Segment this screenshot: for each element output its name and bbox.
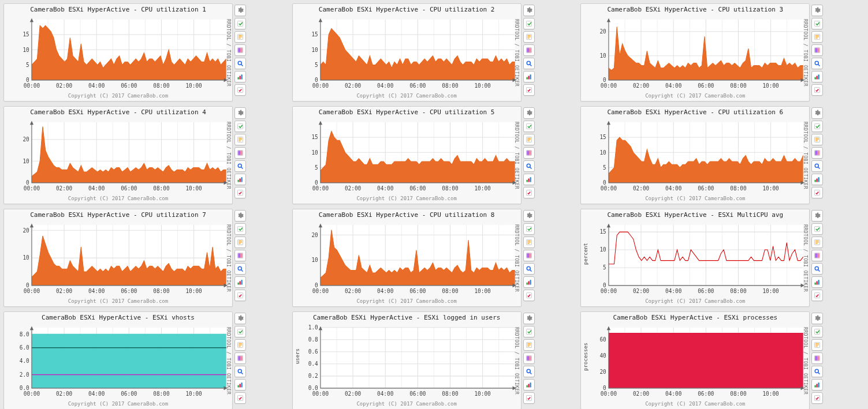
flag-red-icon[interactable] [811,290,823,301]
diff-purple-icon[interactable] [811,44,823,56]
zoom-lens-icon[interactable] [811,160,823,172]
gear-icon[interactable] [234,313,246,324]
zoom-lens-icon[interactable] [811,366,823,377]
gear-icon[interactable] [523,5,535,16]
svg-rect-78 [527,38,530,39]
notes-orange-icon[interactable] [523,134,535,145]
bars-green-icon[interactable] [811,276,823,288]
bars-green-icon[interactable] [234,379,246,391]
bars-green-icon[interactable] [523,174,535,185]
flag-red-icon[interactable] [811,392,823,404]
svg-rect-122 [815,48,818,52]
export-green-icon[interactable] [523,18,535,29]
export-green-icon[interactable] [811,121,823,132]
notes-orange-icon[interactable] [523,237,535,248]
flag-red-icon[interactable] [811,84,823,96]
notes-orange-icon[interactable] [234,31,246,43]
diff-purple-icon[interactable] [811,147,823,159]
zoom-lens-icon[interactable] [234,366,246,377]
diff-purple-icon[interactable] [234,250,246,261]
flag-red-icon[interactable] [523,84,535,96]
chart-svg: 00:0002:0004:0006:0008:0010:000204060 [583,324,807,400]
chart-svg: 00:0002:0004:0006:0008:0010:0001020 [583,16,807,92]
diff-purple-icon[interactable] [523,44,535,56]
notes-orange-icon[interactable] [811,134,823,145]
zoom-lens-icon[interactable] [523,58,535,69]
gear-icon[interactable] [234,107,246,119]
svg-text:04:00: 04:00 [377,391,393,397]
gear-icon[interactable] [811,313,823,324]
notes-orange-icon[interactable] [523,339,535,351]
gear-icon[interactable] [234,210,246,222]
zoom-lens-icon[interactable] [234,263,246,275]
gear-icon[interactable] [811,5,823,16]
export-green-icon[interactable] [811,18,823,29]
svg-text:10:00: 10:00 [474,185,490,192]
export-green-icon[interactable] [234,223,246,235]
zoom-lens-icon[interactable] [523,263,535,275]
flag-red-icon[interactable] [523,392,535,404]
zoom-lens-icon[interactable] [523,366,535,377]
diff-purple-icon[interactable] [811,352,823,364]
gear-icon[interactable] [523,313,535,324]
zoom-lens-icon[interactable] [811,263,823,275]
export-green-icon[interactable] [234,121,246,132]
svg-text:08:00: 08:00 [442,185,458,192]
flag-red-icon[interactable] [234,187,246,198]
export-green-icon[interactable] [523,223,535,235]
notes-orange-icon[interactable] [811,237,823,248]
diff-purple-icon[interactable] [523,352,535,364]
gear-icon[interactable] [811,210,823,222]
bars-green-icon[interactable] [234,174,246,185]
flag-red-icon[interactable] [523,290,535,301]
flag-red-icon[interactable] [234,392,246,404]
export-green-icon[interactable] [234,18,246,29]
bars-green-icon[interactable] [523,379,535,391]
bars-green-icon[interactable] [811,71,823,82]
notes-orange-icon[interactable] [234,237,246,248]
notes-orange-icon[interactable] [234,339,246,351]
y-axis-label: percent [582,215,589,292]
zoom-lens-icon[interactable] [523,160,535,172]
notes-orange-icon[interactable] [523,31,535,43]
diff-purple-icon[interactable] [234,44,246,56]
flag-red-icon[interactable] [523,187,535,198]
zoom-lens-icon[interactable] [811,58,823,69]
gear-icon[interactable] [523,107,535,119]
bars-green-icon[interactable] [234,276,246,288]
diff-purple-icon[interactable] [234,352,246,364]
diff-purple-icon[interactable] [523,250,535,261]
svg-rect-129 [815,88,820,93]
bars-green-icon[interactable] [811,174,823,185]
export-green-icon[interactable] [523,326,535,337]
svg-line-211 [530,167,531,169]
diff-purple-icon[interactable] [523,147,535,159]
diff-purple-icon[interactable] [811,250,823,261]
svg-text:02:00: 02:00 [633,288,649,294]
svg-rect-213 [528,179,529,182]
diff-purple-icon[interactable] [234,147,246,159]
bars-green-icon[interactable] [523,71,535,82]
bars-green-icon[interactable] [811,379,823,391]
svg-text:15: 15 [23,31,29,37]
export-green-icon[interactable] [234,326,246,337]
export-green-icon[interactable] [523,121,535,132]
svg-text:10:00: 10:00 [763,185,779,192]
gear-icon[interactable] [811,107,823,119]
flag-red-icon[interactable] [234,290,246,301]
export-green-icon[interactable] [811,326,823,337]
bars-green-icon[interactable] [234,71,246,82]
flag-red-icon[interactable] [811,187,823,198]
zoom-lens-icon[interactable] [234,160,246,172]
notes-orange-icon[interactable] [811,31,823,43]
svg-text:10:00: 10:00 [185,185,202,192]
gear-icon[interactable] [234,5,246,16]
bars-green-icon[interactable] [523,276,535,288]
zoom-lens-icon[interactable] [234,58,246,69]
notes-orange-icon[interactable] [811,339,823,351]
notes-orange-icon[interactable] [234,134,246,145]
flag-red-icon[interactable] [234,84,246,96]
gear-icon[interactable] [523,210,535,222]
svg-rect-291 [239,242,242,242]
export-green-icon[interactable] [811,223,823,235]
